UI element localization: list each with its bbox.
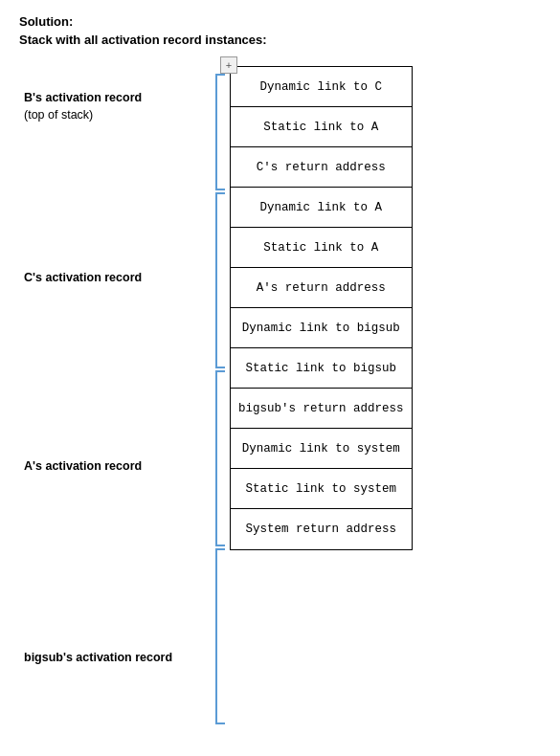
cell-3: Dynamic link to A [231,188,412,228]
a-record-title: A's activation record [24,458,142,476]
cell-1: Static link to A [231,107,412,147]
cell-2: C's return address [231,147,412,188]
labels-col: B's activation record (top of stack) C's… [24,66,211,756]
activation-table: Dynamic link to C Static link to A C's r… [230,66,413,550]
b-record-title: B's activation record [24,90,142,107]
page-container: Solution: Stack with all activation reco… [19,14,541,756]
cell-6: Dynamic link to bigsub [231,308,412,348]
b-record-sub: (top of stack) [24,107,142,124]
cell-0: Dynamic link to C [231,67,412,107]
cell-8: bigsub's return address [231,389,412,429]
plus-button[interactable]: + [220,56,237,74]
c-record-label: C's activation record [24,270,142,287]
stack-heading: Stack with all activation record instanc… [19,33,541,47]
cell-10: Static link to system [231,469,412,509]
c-bracket [215,192,225,368]
cell-5: A's return address [231,268,412,308]
solution-heading: Solution: [19,14,541,29]
a-record-label: A's activation record [24,458,142,476]
bigsub-record-title: bigsub's activation record [24,650,172,667]
cell-7: Static link to bigsub [231,348,412,389]
cell-11: System return address [231,509,412,549]
c-record-title: C's activation record [24,270,142,287]
table-wrapper: + Dynamic link to C Static link to A C's… [230,66,413,550]
a-bracket [215,370,225,546]
bracket-col [211,66,230,756]
bigsub-bracket [215,548,225,724]
bigsub-record-label: bigsub's activation record [24,650,172,667]
main-layout: B's activation record (top of stack) C's… [24,66,541,756]
b-record-label: B's activation record (top of stack) [24,90,142,123]
b-bracket [215,74,225,190]
cell-9: Dynamic link to system [231,429,412,469]
cell-4: Static link to A [231,228,412,268]
